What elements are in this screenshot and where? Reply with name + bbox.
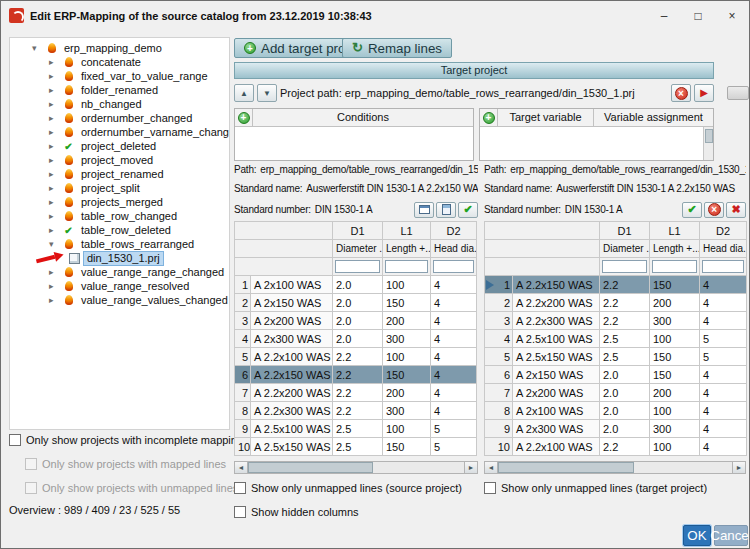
row-value-d1[interactable]: 2.0 [600, 420, 650, 438]
delete-mapping-button[interactable]: ✖ [726, 202, 746, 218]
source-show-unmapped-checkbox[interactable]: Show only unmapped lines (source project… [234, 482, 462, 494]
target-variable-vertical-scrollbar[interactable] [703, 127, 713, 160]
row-value-d1[interactable]: 2.2 [600, 276, 650, 294]
tree-item[interactable]: table_rows_rearranged [10, 237, 229, 251]
checkbox-box[interactable] [484, 482, 496, 494]
tree-item[interactable]: table_row_deleted [10, 223, 229, 237]
row-value-l1[interactable]: 100 [383, 276, 431, 294]
tree-item[interactable]: ordernumber_changed [10, 111, 229, 125]
move-down-button[interactable]: ▼ [257, 84, 277, 102]
filter-input-d2[interactable] [433, 260, 474, 273]
tree-item[interactable]: project_deleted [10, 139, 229, 153]
ok-button[interactable]: OK [683, 525, 711, 546]
row-value-d1[interactable]: 2.0 [600, 366, 650, 384]
filter-input-l1[interactable] [385, 260, 428, 273]
row-name-cell[interactable]: A 2x100 WAS [251, 276, 333, 294]
row-value-d2[interactable]: 4 [700, 276, 747, 294]
row-name-cell[interactable]: A 2x200 WAS [251, 312, 333, 330]
source-table-row[interactable]: 1 A 2x100 WAS 2.0 100 4 [235, 276, 477, 294]
row-name-cell[interactable]: A 2x100 WAS [513, 402, 600, 420]
tree-expander-icon[interactable] [49, 210, 62, 223]
row-name-cell[interactable]: A 2x300 WAS [251, 330, 333, 348]
checkbox-box[interactable] [9, 434, 21, 446]
target-table-row[interactable]: 6 A 2x150 WAS 2.0 150 4 [485, 366, 747, 384]
tree-expander-icon[interactable] [49, 294, 62, 307]
row-value-d2[interactable]: 4 [431, 294, 477, 312]
row-value-d2[interactable]: 4 [431, 402, 477, 420]
row-name-cell[interactable]: A 2.2x200 WAS [513, 294, 600, 312]
row-name-cell[interactable]: A 2.2x200 WAS [251, 384, 333, 402]
row-value-l1[interactable]: 200 [383, 384, 431, 402]
show-hidden-columns-checkbox[interactable]: Show hidden columns [234, 506, 359, 518]
source-table-row[interactable]: 8 A 2.2x300 WAS 2.2 300 4 [235, 402, 477, 420]
row-value-d2[interactable]: 4 [431, 330, 477, 348]
source-table-row[interactable]: 2 A 2x150 WAS 2.0 150 4 [235, 294, 477, 312]
goto-target-project-button[interactable]: ▶ [694, 84, 714, 102]
column-header-d2[interactable]: D2 [700, 222, 747, 240]
tree-expander-icon[interactable] [49, 266, 62, 279]
only-incomplete-mappings-checkbox[interactable]: Only show projects with incomplete mappi… [9, 434, 249, 446]
tree-item[interactable]: project_split [10, 181, 229, 195]
source-table-row[interactable]: 9 A 2.5x100 WAS 2.5 100 5 [235, 420, 477, 438]
source-table-row[interactable]: 3 A 2x200 WAS 2.0 200 4 [235, 312, 477, 330]
filter-input-d2[interactable] [702, 260, 744, 273]
target-table-row[interactable]: 5 A 2.5x150 WAS 2.5 150 5 [485, 348, 747, 366]
row-name-cell[interactable]: A 2.5x150 WAS [513, 348, 600, 366]
row-value-d2[interactable]: 4 [700, 438, 747, 456]
value-range-button[interactable] [436, 202, 456, 218]
row-value-d1[interactable]: 2.2 [333, 402, 383, 420]
row-value-l1[interactable]: 150 [383, 438, 431, 456]
cancel-button[interactable]: Cancel [714, 525, 748, 546]
scrollbar-track[interactable] [498, 462, 732, 473]
row-value-d2[interactable]: 5 [700, 348, 747, 366]
row-value-l1[interactable]: 200 [383, 312, 431, 330]
tree-item[interactable]: projects_merged [10, 195, 229, 209]
tree-expander-icon[interactable] [49, 238, 62, 251]
tree-item[interactable]: concatenate [10, 55, 229, 69]
row-value-d2[interactable]: 4 [431, 348, 477, 366]
target-table-row[interactable]: 9 A 2x300 WAS 2.0 300 4 [485, 420, 747, 438]
row-value-d1[interactable]: 2.0 [333, 294, 383, 312]
tree-item[interactable]: value_range_values_changed [10, 293, 229, 307]
scroll-left-button[interactable]: ◄ [235, 462, 248, 473]
filter-input-d1[interactable] [335, 260, 380, 273]
row-value-d1[interactable]: 2.0 [333, 312, 383, 330]
row-value-d1[interactable]: 2.0 [333, 330, 383, 348]
row-value-d2[interactable]: 5 [431, 438, 477, 456]
tree-expander-icon[interactable] [49, 126, 62, 139]
row-name-cell[interactable]: A 2.5x150 WAS [251, 438, 333, 456]
row-value-l1[interactable]: 150 [650, 348, 700, 366]
move-up-button[interactable]: ▲ [234, 84, 254, 102]
row-value-d2[interactable]: 4 [700, 420, 747, 438]
tree-expander-icon[interactable] [49, 168, 62, 181]
tree-expander-icon[interactable] [49, 56, 62, 69]
tree-item[interactable]: erp_mapping_demo [10, 41, 229, 55]
row-value-d2[interactable]: 4 [431, 384, 477, 402]
table-view-button[interactable] [414, 202, 434, 218]
filter-input-l1[interactable] [652, 260, 697, 273]
row-name-cell[interactable]: A 2.2x300 WAS [513, 312, 600, 330]
checkbox-box[interactable] [234, 482, 246, 494]
source-accept-button[interactable]: ✔ [458, 202, 478, 218]
source-table-row[interactable]: 6 A 2.2x150 WAS 2.2 150 4 [235, 366, 477, 384]
row-value-d1[interactable]: 2.2 [600, 294, 650, 312]
row-value-d2[interactable]: 4 [700, 312, 747, 330]
row-value-d1[interactable]: 2.5 [600, 330, 650, 348]
row-value-d2[interactable]: 4 [431, 276, 477, 294]
row-value-l1[interactable]: 300 [383, 402, 431, 420]
target-table-row[interactable]: 3 A 2.2x300 WAS 2.2 300 4 [485, 312, 747, 330]
scrollbar-thumb[interactable] [248, 462, 373, 473]
tree-expander-icon[interactable] [49, 196, 62, 209]
tree-expander-icon[interactable] [49, 182, 62, 195]
tree-item[interactable]: project_moved [10, 153, 229, 167]
row-value-d2[interactable]: 5 [700, 330, 747, 348]
remove-mapping-button[interactable]: × [704, 202, 724, 218]
row-value-l1[interactable]: 150 [383, 294, 431, 312]
row-name-cell[interactable]: A 2.2x100 WAS [513, 438, 600, 456]
row-value-d1[interactable]: 2.0 [333, 276, 383, 294]
row-value-d1[interactable]: 2.5 [333, 438, 383, 456]
row-value-l1[interactable]: 200 [650, 294, 700, 312]
row-value-d1[interactable]: 2.2 [333, 348, 383, 366]
add-condition-button[interactable]: + [235, 109, 253, 126]
target-table-row[interactable]: 8 A 2x100 WAS 2.0 100 4 [485, 402, 747, 420]
